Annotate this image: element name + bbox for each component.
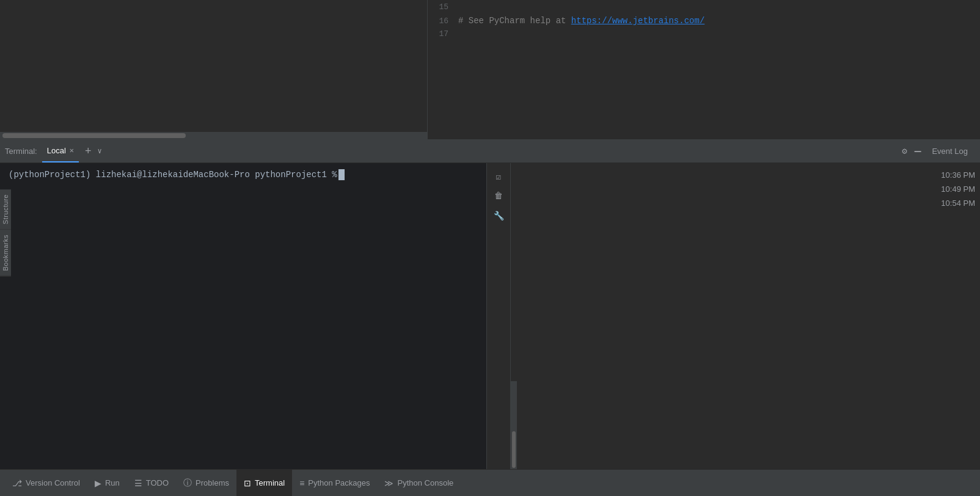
code-line-17: 17 xyxy=(428,29,980,43)
terminal-tab-close[interactable]: ✕ xyxy=(70,146,74,155)
terminal-cursor xyxy=(338,169,345,180)
problems-icon: ⓘ xyxy=(183,478,192,489)
bottom-tab-python-console[interactable]: ≫ Python Console xyxy=(377,470,461,496)
bottom-bar: ⎇ Version Control ▶ Run ☰ TODO ⓘ Problem… xyxy=(0,469,980,496)
line-number-16: 16 xyxy=(428,16,458,26)
left-vertical-labels: Structure Bookmarks xyxy=(0,189,11,277)
sidebar-label-bookmarks[interactable]: Bookmarks xyxy=(0,230,11,277)
terminal-body[interactable]: (pythonProject1) lizhekai@lizhekaideMacB… xyxy=(0,163,486,469)
todo-label: TODO xyxy=(146,478,169,487)
terminal-minimize-button[interactable]: — xyxy=(911,145,925,158)
terminal-prompt-text: (pythonProject1) lizhekai@lizhekaideMacB… xyxy=(9,170,337,180)
bottom-tab-todo[interactable]: ☰ TODO xyxy=(127,470,176,496)
event-log-entries: 10:36 PM 10:49 PM 10:54 PM xyxy=(511,163,980,381)
line-number-15: 15 xyxy=(428,2,458,12)
terminal-dropdown-button[interactable]: ∨ xyxy=(95,147,104,156)
bottom-tab-problems[interactable]: ⓘ Problems xyxy=(176,470,236,496)
line-number-17: 17 xyxy=(428,29,458,38)
version-control-label: Version Control xyxy=(26,478,80,487)
left-editor-panel xyxy=(0,0,428,139)
problems-label: Problems xyxy=(196,478,229,487)
run-label: Run xyxy=(105,478,120,487)
python-console-label: Python Console xyxy=(397,478,453,487)
bottom-tab-run[interactable]: ▶ Run xyxy=(87,470,127,496)
event-log-wrench-button[interactable]: 🔧 xyxy=(490,207,507,224)
event-log-entry-1: 10:36 PM xyxy=(516,168,975,182)
run-icon: ▶ xyxy=(95,478,101,488)
python-console-icon: ≫ xyxy=(384,478,393,488)
event-log-entry-2: 10:49 PM xyxy=(516,182,975,196)
horizontal-scrollbar[interactable] xyxy=(0,132,427,139)
terminal-prompt: (pythonProject1) lizhekai@lizhekaideMacB… xyxy=(9,169,478,180)
right-editor-panel: 15 16 # See PyCharm help at https://www.… xyxy=(428,0,980,139)
event-log-actions: ☑ 🗑 🔧 xyxy=(486,163,511,469)
bottom-tab-version-control[interactable]: ⎇ Version Control xyxy=(5,470,87,496)
terminal-add-button[interactable]: + xyxy=(81,145,95,158)
terminal-gear-icon[interactable]: ⚙ xyxy=(898,146,910,156)
bottom-tab-python-packages[interactable]: ≡ Python Packages xyxy=(292,470,377,496)
terminal-header: Terminal: Local ✕ + ∨ ⚙ — Event Log xyxy=(0,140,980,163)
terminal-icon: ⊡ xyxy=(244,478,251,488)
event-log-trash-button[interactable]: 🗑 xyxy=(490,188,507,205)
code-line-15: 15 xyxy=(428,2,980,16)
sidebar-label-structure[interactable]: Structure xyxy=(0,189,11,230)
vertical-scrollbar[interactable] xyxy=(511,381,517,469)
event-log-title: Event Log xyxy=(932,147,968,156)
version-control-icon: ⎇ xyxy=(12,478,22,488)
event-log-body: 10:36 PM 10:49 PM 10:54 PM xyxy=(511,163,980,469)
terminal-tab-label: Terminal xyxy=(255,478,285,487)
todo-icon: ☰ xyxy=(134,478,142,488)
terminal-tab-local-label: Local xyxy=(47,146,66,155)
terminal-body-wrapper: (pythonProject1) lizhekai@lizhekaideMacB… xyxy=(0,163,980,469)
event-log-header: Event Log xyxy=(924,140,975,163)
terminal-section: Terminal: Local ✕ + ∨ ⚙ — Event Log (pyt… xyxy=(0,139,980,469)
python-packages-icon: ≡ xyxy=(299,478,304,488)
bottom-tab-terminal[interactable]: ⊡ Terminal xyxy=(236,470,292,496)
terminal-label: Terminal: xyxy=(5,147,37,156)
event-log-check-button[interactable]: ☑ xyxy=(490,168,507,185)
line-content-16: # See PyCharm help at https://www.jetbra… xyxy=(458,16,704,26)
code-line-16: 16 # See PyCharm help at https://www.jet… xyxy=(428,16,980,29)
code-area: 15 16 # See PyCharm help at https://www.… xyxy=(428,0,980,139)
pycharm-link[interactable]: https://www.jetbrains.com/ xyxy=(571,16,704,26)
event-log-entry-3: 10:54 PM xyxy=(516,196,975,210)
python-packages-label: Python Packages xyxy=(308,478,370,487)
terminal-tab-local[interactable]: Local ✕ xyxy=(42,140,79,162)
